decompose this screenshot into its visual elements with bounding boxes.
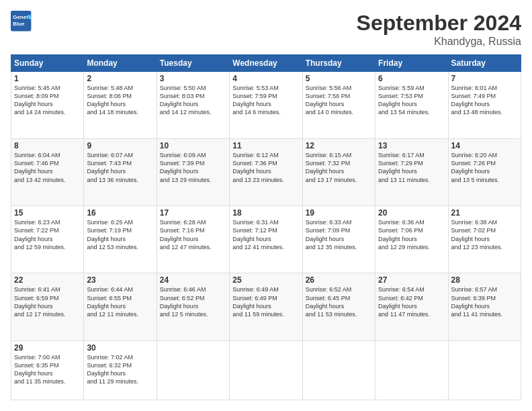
day-info: Sunrise: 5:48 AMSunset: 8:06 PMDaylight … xyxy=(87,84,153,117)
day-info: Sunrise: 6:54 AMSunset: 6:42 PMDaylight … xyxy=(378,285,445,318)
day-number: 24 xyxy=(160,275,226,285)
calendar-cell: 28Sunrise: 6:57 AMSunset: 6:39 PMDayligh… xyxy=(448,273,521,340)
day-info: Sunrise: 5:53 AMSunset: 7:59 PMDaylight … xyxy=(232,84,299,117)
header-friday: Friday xyxy=(375,55,448,72)
logo: General Blue General Blue xyxy=(11,11,35,32)
calendar-cell: 24Sunrise: 6:46 AMSunset: 6:52 PMDayligh… xyxy=(157,273,229,340)
calendar-cell: 10Sunrise: 6:09 AMSunset: 7:39 PMDayligh… xyxy=(157,139,229,206)
day-number: 17 xyxy=(160,208,226,218)
day-number: 2 xyxy=(87,74,153,83)
calendar-cell: 20Sunrise: 6:36 AMSunset: 7:06 PMDayligh… xyxy=(375,206,448,273)
day-number: 18 xyxy=(232,208,299,218)
calendar-cell: 16Sunrise: 6:25 AMSunset: 7:19 PMDayligh… xyxy=(84,206,157,273)
calendar-cell xyxy=(448,340,521,400)
day-number: 8 xyxy=(14,141,81,150)
calendar-cell: 14Sunrise: 6:20 AMSunset: 7:26 PMDayligh… xyxy=(448,139,521,206)
day-number: 10 xyxy=(160,141,226,150)
day-info: Sunrise: 5:45 AMSunset: 8:09 PMDaylight … xyxy=(14,84,81,117)
title-area: September 2024 Khandyga, Russia xyxy=(357,11,521,48)
day-info: Sunrise: 5:59 AMSunset: 7:53 PMDaylight … xyxy=(378,84,445,117)
svg-text:Blue: Blue xyxy=(13,21,25,27)
day-number: 4 xyxy=(232,74,299,83)
header: General Blue General Blue September 2024… xyxy=(11,11,521,48)
day-info: Sunrise: 6:04 AMSunset: 7:46 PMDaylight … xyxy=(14,151,81,184)
weekday-header-row: Sunday Monday Tuesday Wednesday Thursday… xyxy=(11,55,521,72)
calendar-cell xyxy=(302,340,375,400)
day-info: Sunrise: 6:28 AMSunset: 7:16 PMDaylight … xyxy=(160,218,226,251)
day-info: Sunrise: 6:20 AMSunset: 7:26 PMDaylight … xyxy=(451,151,518,184)
calendar-cell: 8Sunrise: 6:04 AMSunset: 7:46 PMDaylight… xyxy=(11,139,84,206)
day-info: Sunrise: 7:02 AMSunset: 6:32 PMDaylight … xyxy=(87,353,153,386)
day-number: 1 xyxy=(14,74,81,83)
day-number: 12 xyxy=(306,141,372,150)
day-info: Sunrise: 6:15 AMSunset: 7:32 PMDaylight … xyxy=(306,151,372,184)
header-sunday: Sunday xyxy=(11,55,84,72)
header-monday: Monday xyxy=(84,55,157,72)
day-number: 13 xyxy=(378,141,445,150)
header-saturday: Saturday xyxy=(448,55,521,72)
calendar-cell: 4Sunrise: 5:53 AMSunset: 7:59 PMDaylight… xyxy=(230,72,302,139)
calendar-cell: 26Sunrise: 6:52 AMSunset: 6:45 PMDayligh… xyxy=(302,273,375,340)
day-info: Sunrise: 6:36 AMSunset: 7:06 PMDaylight … xyxy=(378,218,445,251)
day-number: 9 xyxy=(87,141,153,150)
day-number: 21 xyxy=(451,208,518,218)
day-info: Sunrise: 6:46 AMSunset: 6:52 PMDaylight … xyxy=(160,285,226,318)
day-number: 7 xyxy=(451,74,518,83)
header-wednesday: Wednesday xyxy=(230,55,302,72)
day-info: Sunrise: 6:31 AMSunset: 7:12 PMDaylight … xyxy=(232,218,299,251)
day-number: 26 xyxy=(306,275,372,285)
calendar-cell: 25Sunrise: 6:49 AMSunset: 6:49 PMDayligh… xyxy=(230,273,302,340)
header-tuesday: Tuesday xyxy=(157,55,229,72)
day-number: 28 xyxy=(451,275,518,285)
day-info: Sunrise: 6:52 AMSunset: 6:45 PMDaylight … xyxy=(306,285,372,318)
logo-icon: General Blue xyxy=(11,11,32,32)
day-number: 19 xyxy=(306,208,372,218)
calendar-cell: 30Sunrise: 7:02 AMSunset: 6:32 PMDayligh… xyxy=(84,340,157,400)
day-info: Sunrise: 6:33 AMSunset: 7:09 PMDaylight … xyxy=(306,218,372,251)
day-info: Sunrise: 6:09 AMSunset: 7:39 PMDaylight … xyxy=(160,151,226,184)
day-info: Sunrise: 5:50 AMSunset: 8:03 PMDaylight … xyxy=(160,84,226,117)
day-info: Sunrise: 6:12 AMSunset: 7:36 PMDaylight … xyxy=(232,151,299,184)
calendar-cell: 21Sunrise: 6:38 AMSunset: 7:02 PMDayligh… xyxy=(448,206,521,273)
calendar-cell: 5Sunrise: 5:56 AMSunset: 7:56 PMDaylight… xyxy=(302,72,375,139)
calendar-cell xyxy=(157,340,229,400)
page: General Blue General Blue September 2024… xyxy=(0,0,532,411)
calendar-cell xyxy=(230,340,302,400)
day-number: 20 xyxy=(378,208,445,218)
location: Khandyga, Russia xyxy=(357,36,521,48)
day-number: 11 xyxy=(232,141,299,150)
day-info: Sunrise: 6:25 AMSunset: 7:19 PMDaylight … xyxy=(87,218,153,251)
calendar-cell: 18Sunrise: 6:31 AMSunset: 7:12 PMDayligh… xyxy=(230,206,302,273)
day-number: 30 xyxy=(87,343,153,353)
day-info: Sunrise: 6:38 AMSunset: 7:02 PMDaylight … xyxy=(451,218,518,251)
calendar-cell: 9Sunrise: 6:07 AMSunset: 7:43 PMDaylight… xyxy=(84,139,157,206)
day-info: Sunrise: 6:49 AMSunset: 6:49 PMDaylight … xyxy=(232,285,299,318)
day-number: 5 xyxy=(306,74,372,83)
calendar-cell: 6Sunrise: 5:59 AMSunset: 7:53 PMDaylight… xyxy=(375,72,448,139)
month-title: September 2024 xyxy=(357,11,521,36)
day-number: 14 xyxy=(451,141,518,150)
day-number: 3 xyxy=(160,74,226,83)
calendar-cell: 2Sunrise: 5:48 AMSunset: 8:06 PMDaylight… xyxy=(84,72,157,139)
calendar-cell: 19Sunrise: 6:33 AMSunset: 7:09 PMDayligh… xyxy=(302,206,375,273)
calendar-cell: 27Sunrise: 6:54 AMSunset: 6:42 PMDayligh… xyxy=(375,273,448,340)
header-thursday: Thursday xyxy=(302,55,375,72)
calendar-cell: 17Sunrise: 6:28 AMSunset: 7:16 PMDayligh… xyxy=(157,206,229,273)
calendar-cell: 1Sunrise: 5:45 AMSunset: 8:09 PMDaylight… xyxy=(11,72,84,139)
calendar-cell: 3Sunrise: 5:50 AMSunset: 8:03 PMDaylight… xyxy=(157,72,229,139)
day-number: 29 xyxy=(14,343,81,353)
day-info: Sunrise: 6:01 AMSunset: 7:49 PMDaylight … xyxy=(451,84,518,117)
day-info: Sunrise: 7:00 AMSunset: 6:35 PMDaylight … xyxy=(14,353,81,386)
day-info: Sunrise: 6:57 AMSunset: 6:39 PMDaylight … xyxy=(451,285,518,318)
calendar-cell: 23Sunrise: 6:44 AMSunset: 6:55 PMDayligh… xyxy=(84,273,157,340)
day-number: 16 xyxy=(87,208,153,218)
day-number: 25 xyxy=(232,275,299,285)
calendar-table: Sunday Monday Tuesday Wednesday Thursday… xyxy=(11,54,521,400)
calendar-cell: 12Sunrise: 6:15 AMSunset: 7:32 PMDayligh… xyxy=(302,139,375,206)
calendar-cell: 7Sunrise: 6:01 AMSunset: 7:49 PMDaylight… xyxy=(448,72,521,139)
day-number: 23 xyxy=(87,275,153,285)
day-info: Sunrise: 6:41 AMSunset: 6:59 PMDaylight … xyxy=(14,285,81,318)
day-number: 6 xyxy=(378,74,445,83)
calendar-cell: 29Sunrise: 7:00 AMSunset: 6:35 PMDayligh… xyxy=(11,340,84,400)
calendar-cell: 22Sunrise: 6:41 AMSunset: 6:59 PMDayligh… xyxy=(11,273,84,340)
